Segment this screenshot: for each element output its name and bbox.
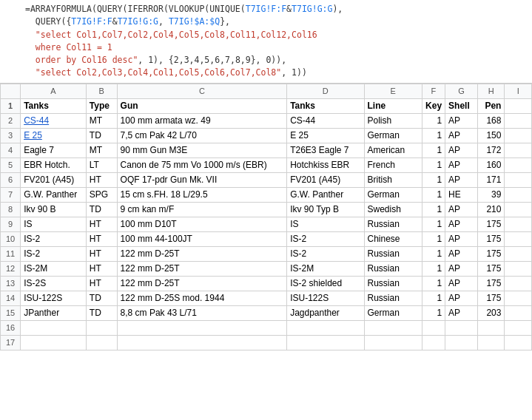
cell-i	[505, 305, 532, 320]
row-number: 8	[1, 202, 21, 217]
col-header-i[interactable]: I	[505, 84, 532, 98]
table-row: 1TanksTypeGunTanksLineKeyShellPen	[1, 98, 532, 113]
col-header-b[interactable]: B	[86, 84, 117, 98]
table-row: 17	[1, 335, 532, 350]
cell-a: IS-2S	[21, 276, 87, 291]
cell-h: Pen	[477, 98, 505, 113]
cell-g: Shell	[445, 98, 478, 113]
cell-b: HT	[86, 217, 117, 231]
cell-a[interactable]: E 25	[21, 128, 87, 143]
cell-h: 172	[477, 143, 505, 158]
cell-i	[505, 187, 532, 202]
cell-f	[422, 335, 445, 350]
cell-h: 203	[477, 305, 505, 320]
cell-f: 1	[422, 172, 445, 187]
cell-d: IS-2M	[287, 261, 364, 276]
cell-b: HT	[86, 261, 117, 276]
cell-f: 1	[422, 158, 445, 172]
spreadsheet: A B C D E F G H I 1TanksTypeGunTanksLine…	[0, 84, 532, 350]
cell-h	[477, 335, 505, 350]
cell-h: 175	[477, 276, 505, 291]
cell-a: Ikv 90 B	[21, 202, 87, 217]
cell-b: HT	[86, 246, 117, 261]
corner-cell	[1, 84, 21, 98]
table-row: 14ISU-122STD122 mm D-25S mod. 1944ISU-12…	[1, 291, 532, 305]
cell-f: 1	[422, 128, 445, 143]
cell-c: 122 mm D-25T	[117, 276, 287, 291]
cell-i	[505, 320, 532, 335]
cell-a: IS-2	[21, 231, 87, 246]
cell-g: HE	[445, 187, 478, 202]
cell-d: CS-44	[287, 113, 364, 128]
table-row: 4Eagle 7MT90 mm Gun M3ET26E3 Eagle 7Amer…	[1, 143, 532, 158]
row-number: 7	[1, 187, 21, 202]
cell-b: MT	[86, 113, 117, 128]
cell-g: AP	[445, 172, 478, 187]
cell-a[interactable]: CS-44	[21, 113, 87, 128]
col-header-c[interactable]: C	[117, 84, 287, 98]
table-row: 12IS-2MHT122 mm D-25TIS-2MRussian1AP175	[1, 261, 532, 276]
cell-g: AP	[445, 276, 478, 291]
cell-g: AP	[445, 246, 478, 261]
cell-b: TD	[86, 291, 117, 305]
cell-a	[21, 335, 87, 350]
cell-c: 9 cm kan m/F	[117, 202, 287, 217]
cell-g: AP	[445, 202, 478, 217]
cell-d: Tanks	[287, 98, 364, 113]
cell-a: Eagle 7	[21, 143, 87, 158]
cell-c: Gun	[117, 98, 287, 113]
cell-e: Russian	[364, 261, 422, 276]
cell-b: MT	[86, 143, 117, 158]
cell-e: Russian	[364, 276, 422, 291]
col-header-g[interactable]: G	[445, 84, 478, 98]
table-row: 15JPantherTD8,8 cm Pak 43 L/71Jagdpanthe…	[1, 305, 532, 320]
fx-label	[4, 3, 18, 4]
cell-b: TD	[86, 202, 117, 217]
cell-h: 168	[477, 113, 505, 128]
row-number: 1	[1, 98, 21, 113]
col-header-d[interactable]: D	[287, 84, 364, 98]
table-row: 13IS-2SHT122 mm D-25TIS-2 shieldedRussia…	[1, 276, 532, 291]
cell-c: 7,5 cm Pak 42 L/70	[117, 128, 287, 143]
cell-h: 175	[477, 261, 505, 276]
cell-f: 1	[422, 187, 445, 202]
cell-h: 175	[477, 291, 505, 305]
col-header-f[interactable]: F	[422, 84, 445, 98]
col-header-a[interactable]: A	[21, 84, 87, 98]
cell-c: 122 mm D-25S mod. 1944	[117, 291, 287, 305]
cell-b: LT	[86, 158, 117, 172]
row-number: 17	[1, 335, 21, 350]
cell-a	[21, 320, 87, 335]
cell-d	[287, 320, 364, 335]
table-row: 16	[1, 320, 532, 335]
cell-f: 1	[422, 261, 445, 276]
row-number: 2	[1, 113, 21, 128]
cell-i	[505, 261, 532, 276]
cell-d	[287, 335, 364, 350]
cell-i	[505, 128, 532, 143]
cell-d: E 25	[287, 128, 364, 143]
cell-a: EBR Hotch.	[21, 158, 87, 172]
cell-h: 175	[477, 231, 505, 246]
row-number: 6	[1, 172, 21, 187]
cell-b: HT	[86, 276, 117, 291]
cell-d: Ikv 90 Typ B	[287, 202, 364, 217]
cell-f: 1	[422, 246, 445, 261]
cell-d: IS-2	[287, 231, 364, 246]
cell-h: 160	[477, 158, 505, 172]
col-header-e[interactable]: E	[364, 84, 422, 98]
cell-h: 39	[477, 187, 505, 202]
cell-e: Line	[364, 98, 422, 113]
cell-g: AP	[445, 158, 478, 172]
cell-b: Type	[86, 98, 117, 113]
cell-i	[505, 217, 532, 231]
col-header-h[interactable]: H	[477, 84, 505, 98]
cell-f: 1	[422, 217, 445, 231]
row-number: 15	[1, 305, 21, 320]
cell-g: AP	[445, 291, 478, 305]
cell-h: 175	[477, 217, 505, 231]
cell-g: AP	[445, 305, 478, 320]
table-row: 7G.W. PantherSPG15 cm s.FH. 18 L/29.5G.W…	[1, 187, 532, 202]
cell-b: TD	[86, 305, 117, 320]
cell-g	[445, 320, 478, 335]
